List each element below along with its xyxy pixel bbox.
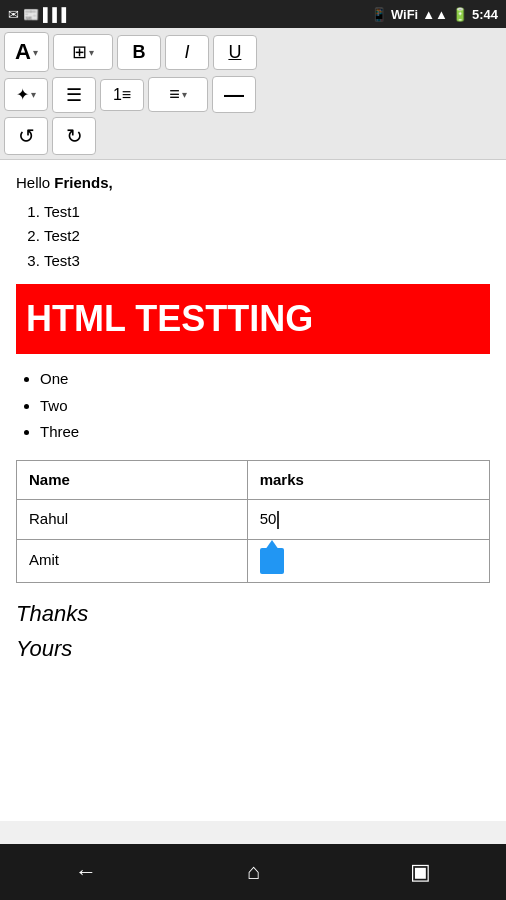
hr-icon: —	[224, 83, 244, 106]
bullet-item-three: Three	[40, 421, 490, 444]
align-icon: ≡	[169, 84, 180, 105]
grid-button[interactable]: ⊞ ▾	[53, 34, 113, 70]
marks-value-1: 50	[260, 510, 277, 527]
table-header-marks: marks	[247, 460, 489, 500]
hr-button[interactable]: —	[212, 76, 256, 113]
table-cell-marks-1[interactable]: 50	[247, 500, 489, 540]
signal-icon: ▌▌▌	[43, 7, 71, 22]
toolbar-row-2: ✦ ▾ ☰ 1≡ ≡ ▾ —	[4, 76, 502, 113]
home-button[interactable]: ⌂	[231, 851, 276, 893]
underline-button[interactable]: U	[213, 35, 257, 70]
battery-icon: 🔋	[452, 7, 468, 22]
italic-icon: I	[184, 42, 189, 63]
bullet-item-two: Two	[40, 395, 490, 418]
magic-chevron-icon: ▾	[31, 89, 36, 100]
greeting-bold: Friends,	[54, 174, 112, 191]
selection-handle	[260, 548, 284, 574]
bold-button[interactable]: B	[117, 35, 161, 70]
table-cell-marks-2[interactable]	[247, 539, 489, 582]
status-bar: ✉ 📰 ▌▌▌ 📱 WiFi ▲▲ 🔋 5:44	[0, 0, 506, 28]
list-item: Test2	[44, 225, 490, 248]
time-display: 5:44	[472, 7, 498, 22]
align-chevron-icon: ▾	[182, 89, 187, 100]
toolbar-row-1: A ▾ ⊞ ▾ B I U	[4, 32, 502, 72]
wifi-icon: WiFi	[391, 7, 418, 22]
toolbar: A ▾ ⊞ ▾ B I U ✦ ▾ ☰ 1≡ ≡ ▾	[0, 28, 506, 160]
font-button[interactable]: A ▾	[4, 32, 49, 72]
yours-line: Yours	[16, 632, 490, 665]
status-left-icons: ✉ 📰 ▌▌▌	[8, 7, 71, 22]
unordered-list-button[interactable]: ☰	[52, 77, 96, 113]
ordered-list-button[interactable]: 1≡	[100, 79, 144, 111]
magic-icon: ✦	[16, 85, 29, 104]
bottom-nav-bar: ← ⌂ ▣	[0, 844, 506, 900]
greeting-text: Hello	[16, 174, 54, 191]
table-cell-name-2: Amit	[17, 539, 248, 582]
ul-icon: ☰	[66, 84, 82, 106]
font-chevron-icon: ▾	[33, 47, 38, 58]
text-cursor	[277, 511, 279, 529]
html-banner: HTML TESTTING	[16, 284, 490, 354]
status-right-icons: 📱 WiFi ▲▲ 🔋 5:44	[371, 7, 498, 22]
recents-button[interactable]: ▣	[394, 851, 447, 893]
data-table: Name marks Rahul 50 Amit	[16, 460, 490, 583]
footer-section: Thanks Yours	[16, 597, 490, 665]
bold-icon: B	[132, 42, 145, 63]
undo-button[interactable]: ↺	[4, 117, 48, 155]
envelope-icon: ✉	[8, 7, 19, 22]
phone-icon: 📱	[371, 7, 387, 22]
underline-icon: U	[228, 42, 241, 63]
greeting-paragraph: Hello Friends,	[16, 172, 490, 195]
table-row: Rahul 50	[17, 500, 490, 540]
undo-icon: ↺	[18, 124, 35, 148]
redo-icon: ↻	[66, 124, 83, 148]
table-cell-name-1: Rahul	[17, 500, 248, 540]
network-icon: ▲▲	[422, 7, 448, 22]
redo-button[interactable]: ↻	[52, 117, 96, 155]
list-item: Test3	[44, 250, 490, 273]
numbered-list: Test1 Test2 Test3	[44, 201, 490, 273]
table-row: Amit	[17, 539, 490, 582]
list-item: Test1	[44, 201, 490, 224]
editor-area[interactable]: Hello Friends, Test1 Test2 Test3 HTML TE…	[0, 160, 506, 821]
bullet-item-one: One	[40, 368, 490, 391]
grid-icon: ⊞	[72, 41, 87, 63]
align-button[interactable]: ≡ ▾	[148, 77, 208, 112]
magic-button[interactable]: ✦ ▾	[4, 78, 48, 111]
bullet-list: One Two Three	[40, 368, 490, 444]
toolbar-row-3: ↺ ↻	[4, 117, 502, 155]
table-header-row: Name marks	[17, 460, 490, 500]
font-a-icon: A	[15, 39, 31, 65]
newspaper-icon: 📰	[23, 7, 39, 22]
ol-icon: 1≡	[113, 86, 131, 104]
grid-chevron-icon: ▾	[89, 47, 94, 58]
italic-button[interactable]: I	[165, 35, 209, 70]
back-button[interactable]: ←	[59, 851, 113, 893]
thanks-line: Thanks	[16, 597, 490, 630]
table-header-name: Name	[17, 460, 248, 500]
